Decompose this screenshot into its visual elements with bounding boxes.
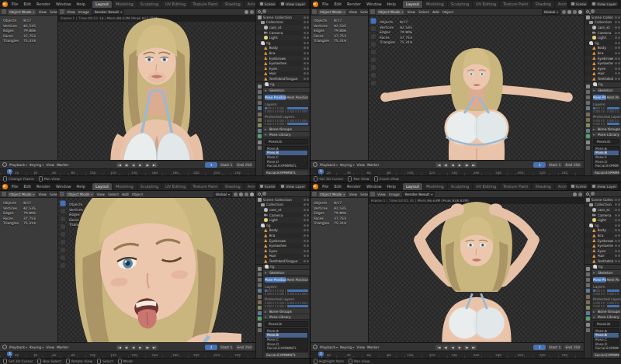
prev-keyframe-button[interactable]: ◀| bbox=[442, 162, 449, 168]
constraints-tab-icon[interactable] bbox=[586, 140, 590, 144]
outliner-row[interactable]: Camera bbox=[256, 30, 310, 36]
outliner-row[interactable]: Collection bbox=[256, 203, 310, 208]
pose-library-panel-header[interactable]: Pose Library bbox=[592, 314, 621, 320]
jump-to-start-button[interactable]: |◀ bbox=[435, 162, 442, 168]
filter-icon[interactable] bbox=[262, 192, 266, 196]
bone-groups-panel-header[interactable]: Bone Groups bbox=[263, 309, 310, 314]
menu-help[interactable]: Help bbox=[386, 184, 397, 189]
object-data-tab-icon[interactable] bbox=[258, 134, 262, 138]
scene-tab-icon[interactable] bbox=[586, 106, 590, 110]
prev-keyframe-button[interactable]: ◀| bbox=[123, 345, 130, 350]
shading-rendered-icon[interactable] bbox=[578, 10, 582, 14]
image-menu[interactable]: Image bbox=[388, 192, 401, 196]
render-tab-icon[interactable] bbox=[258, 272, 262, 276]
outliner-row[interactable]: Eyes bbox=[256, 66, 310, 71]
menu-file[interactable]: File bbox=[10, 184, 19, 189]
view-menu[interactable]: View bbox=[37, 192, 47, 196]
menu-render[interactable]: Render bbox=[35, 2, 52, 6]
tab-animation[interactable]: Animation bbox=[245, 183, 255, 190]
select-menu[interactable]: Select bbox=[418, 10, 430, 14]
gizmo-icon[interactable] bbox=[239, 192, 243, 196]
menu-help[interactable]: Help bbox=[75, 184, 87, 189]
play-reverse-button[interactable]: ◀ bbox=[130, 345, 137, 350]
menu-window[interactable]: Window bbox=[54, 184, 73, 189]
output-tab-icon[interactable] bbox=[258, 95, 262, 99]
outliner-row[interactable]: Collection bbox=[585, 203, 621, 208]
scene-tab-icon[interactable] bbox=[258, 289, 262, 293]
tab-modeling[interactable]: Modeling bbox=[113, 1, 137, 8]
select-menu[interactable]: Select bbox=[49, 10, 57, 14]
view-menu[interactable]: View bbox=[66, 10, 76, 14]
play-reverse-button[interactable]: ◀ bbox=[130, 162, 137, 168]
gizmo-icon[interactable] bbox=[567, 10, 571, 14]
outliner-row[interactable]: Eyelashes bbox=[256, 61, 310, 66]
armature-layers-grid[interactable] bbox=[592, 106, 621, 114]
next-keyframe-button[interactable]: |▶ bbox=[144, 345, 151, 350]
jump-to-end-button[interactable]: ▶| bbox=[151, 162, 158, 168]
timeline-editor-icon[interactable] bbox=[313, 345, 317, 349]
bone-groups-panel-header[interactable]: Bone Groups bbox=[592, 309, 621, 314]
overlays-icon[interactable] bbox=[245, 192, 248, 196]
constraints-tab-icon[interactable] bbox=[258, 323, 262, 327]
filter-icon[interactable] bbox=[591, 9, 595, 13]
render-view[interactable]: Frame:1 | Time:02:01.31 | Mem:86.63M (Pe… bbox=[369, 198, 584, 342]
world-tab-icon[interactable] bbox=[258, 113, 262, 116]
tab-texture-paint[interactable]: Texture Paint bbox=[189, 1, 220, 8]
object-menu[interactable]: Object bbox=[131, 192, 144, 196]
tab-sculpting[interactable]: Sculpting bbox=[137, 183, 161, 190]
outliner-row[interactable]: TeethAndTongue bbox=[585, 76, 621, 81]
prev-keyframe-button[interactable]: ◀| bbox=[123, 162, 130, 168]
pose-library-panel-header[interactable]: Pose Library bbox=[592, 132, 621, 137]
view-layer-tab-icon[interactable] bbox=[586, 101, 590, 105]
scene-selector[interactable]: Scene bbox=[258, 1, 278, 7]
view-menu[interactable]: View bbox=[37, 10, 47, 14]
timeline-editor-icon[interactable] bbox=[2, 162, 7, 167]
tab-texture-paint[interactable]: Texture Paint bbox=[500, 1, 531, 8]
blender-logo-icon[interactable] bbox=[313, 184, 318, 189]
tab-layout[interactable]: Layout bbox=[92, 1, 112, 8]
outliner-row[interactable]: Eyebrows bbox=[256, 238, 310, 244]
output-tab-icon[interactable] bbox=[586, 95, 590, 99]
menu-file[interactable]: File bbox=[321, 184, 330, 189]
keying-menu[interactable]: Keying bbox=[29, 345, 43, 349]
view-layer-tab-icon[interactable] bbox=[258, 101, 262, 105]
tab-uv-editing[interactable]: UV Editing bbox=[473, 1, 499, 8]
mode-select[interactable]: Object Mode bbox=[66, 192, 94, 197]
current-frame-field[interactable]: 1 bbox=[533, 162, 546, 168]
playback-menu[interactable]: Playback bbox=[320, 345, 338, 349]
search-icon[interactable] bbox=[586, 10, 589, 13]
view-menu[interactable]: View bbox=[46, 345, 54, 349]
mode-select[interactable]: Object Mode bbox=[318, 192, 346, 197]
material-tab-icon[interactable] bbox=[586, 146, 590, 150]
scene-selector[interactable]: Scene bbox=[258, 183, 278, 189]
tool-tab-icon[interactable] bbox=[258, 267, 262, 271]
tab-layout[interactable]: Layout bbox=[403, 1, 422, 8]
play-button[interactable]: ▶ bbox=[456, 162, 463, 168]
menu-render[interactable]: Render bbox=[345, 184, 363, 189]
pose-library-datablock[interactable]: PoseLib bbox=[593, 321, 619, 327]
pose-list-item[interactable]: Facial.EXPRMNTL bbox=[594, 164, 619, 168]
editor-type-icon[interactable] bbox=[2, 192, 6, 196]
editor-type-icon[interactable] bbox=[60, 192, 64, 196]
marker-menu[interactable]: Marker bbox=[57, 163, 69, 167]
rest-position-button[interactable]: Rest Position bbox=[607, 277, 620, 283]
next-keyframe-button[interactable]: |▶ bbox=[463, 345, 470, 350]
pose-list-item[interactable]: Facial.EXPRMNTL bbox=[265, 164, 307, 168]
image-menu[interactable]: Image bbox=[78, 10, 90, 14]
blender-logo-icon[interactable] bbox=[2, 184, 8, 189]
tab-shading[interactable]: Shading bbox=[532, 183, 553, 190]
frame-end-field[interactable]: End 250 bbox=[235, 345, 253, 350]
pose-position-button[interactable]: Pose Position bbox=[593, 95, 606, 100]
tab-layout[interactable]: Layout bbox=[92, 183, 112, 190]
pose-position-button[interactable]: Pose Position bbox=[593, 277, 606, 283]
scene-selector[interactable]: Scene bbox=[569, 183, 589, 189]
mode-select[interactable]: Object Mode bbox=[8, 9, 36, 15]
outliner-row[interactable]: Collection bbox=[585, 20, 621, 26]
outliner-row[interactable]: Bra bbox=[256, 233, 310, 238]
search-icon[interactable] bbox=[258, 192, 261, 196]
editor-type-icon[interactable] bbox=[312, 9, 317, 14]
tool-tab-icon[interactable] bbox=[586, 85, 590, 88]
tab-sculpting[interactable]: Sculpting bbox=[448, 1, 472, 8]
menu-edit[interactable]: Edit bbox=[22, 2, 33, 6]
view-layer-selector[interactable]: View Layer bbox=[590, 1, 619, 7]
